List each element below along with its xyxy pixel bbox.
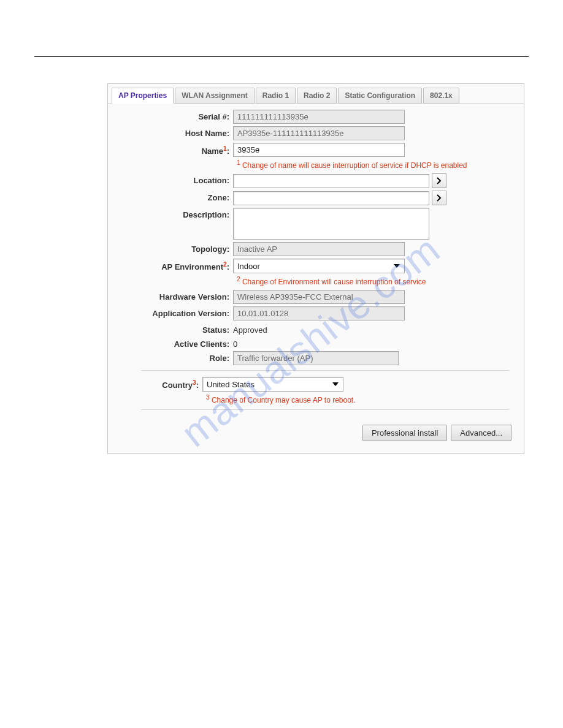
row-topology: Topology: [117, 242, 515, 256]
footnote-country-text: Change of Country may cause AP to reboot… [212, 396, 356, 404]
page-top-rule [34, 56, 529, 57]
footnote-env-text: Change of Environment will cause interru… [242, 278, 426, 286]
app-version-field [233, 306, 405, 320]
serial-field [233, 110, 405, 124]
label-location: Location: [117, 173, 233, 185]
label-country: Country3: [117, 377, 202, 390]
chevron-right-icon [437, 177, 442, 184]
row-app-version: Application Version: [117, 306, 515, 320]
label-role: Role: [117, 351, 233, 363]
host-name-field [233, 126, 405, 140]
location-field[interactable] [233, 174, 429, 188]
professional-install-button[interactable]: Professional install [362, 425, 447, 441]
row-role: Role: [117, 351, 515, 365]
footnote-name-text: Change of name will cause interruption o… [242, 161, 467, 170]
row-serial: Serial #: [117, 110, 515, 124]
label-host-name: Host Name: [117, 126, 233, 138]
row-active-clients: Active Clients: 0 [117, 337, 515, 349]
label-env-text: AP Environment [161, 262, 223, 271]
row-status: Status: Approved [117, 323, 515, 335]
label-serial: Serial #: [117, 110, 233, 121]
tab-802-1x[interactable]: 802.1x [423, 88, 459, 104]
label-environment: AP Environment2: [117, 259, 233, 271]
tab-static-configuration[interactable]: Static Configuration [338, 88, 422, 104]
label-country-text: Country [162, 381, 193, 390]
footnote-country: 3 Change of Country may cause AP to rebo… [206, 394, 515, 404]
role-field [233, 351, 399, 365]
environment-select[interactable]: Indoor [233, 259, 405, 273]
country-select-wrap: United States [202, 377, 343, 392]
label-country-sup: 3 [193, 379, 196, 386]
section-separator-2 [141, 409, 509, 410]
label-description: Description: [117, 208, 233, 219]
tab-radio-1[interactable]: Radio 1 [256, 88, 296, 104]
label-env-sup: 2 [223, 261, 227, 268]
label-topology: Topology: [117, 242, 233, 254]
row-zone: Zone: [117, 191, 515, 205]
form-area: Serial #: Host Name: Name1: 1 Change of … [108, 103, 524, 453]
footnote-name-sup: 1 [237, 159, 240, 166]
row-description: Description: [117, 208, 515, 240]
topology-field [233, 242, 405, 256]
footnote-country-sup: 3 [206, 394, 210, 401]
ap-properties-panel: AP Properties WLAN Assignment Radio 1 Ra… [107, 83, 524, 454]
footnote-name: 1 Change of name will cause interruption… [237, 159, 515, 170]
label-hw-version: Hardware Version: [117, 290, 233, 301]
name-field[interactable] [233, 143, 405, 157]
footnote-env-sup: 2 [237, 276, 240, 282]
tab-radio-2[interactable]: Radio 2 [297, 88, 337, 104]
button-row: Professional install Advanced... [117, 416, 515, 444]
row-environment: AP Environment2: Indoor [117, 259, 515, 273]
chevron-right-icon [437, 194, 442, 202]
tab-bar: AP Properties WLAN Assignment Radio 1 Ra… [108, 84, 524, 104]
label-zone: Zone: [117, 191, 233, 202]
row-country: Country3: United States [117, 377, 515, 392]
label-app-version: Application Version: [117, 306, 233, 318]
row-name: Name1: [117, 143, 515, 157]
status-value: Approved [233, 323, 515, 335]
footnote-environment: 2 Change of Environment will cause inter… [237, 276, 515, 286]
zone-field[interactable] [233, 191, 429, 205]
advanced-button[interactable]: Advanced... [451, 425, 511, 441]
label-name-sup: 1 [223, 145, 227, 152]
country-select[interactable]: United States [202, 377, 343, 392]
description-field[interactable] [233, 208, 429, 240]
label-name: Name1: [117, 143, 233, 156]
section-separator [141, 370, 509, 371]
hw-version-field [233, 290, 405, 304]
label-status: Status: [117, 323, 233, 335]
label-name-text: Name [202, 146, 223, 156]
row-hw-version: Hardware Version: [117, 290, 515, 304]
tab-wlan-assignment[interactable]: WLAN Assignment [175, 88, 255, 104]
tab-ap-properties[interactable]: AP Properties [112, 88, 174, 104]
environment-select-wrap: Indoor [233, 259, 405, 273]
location-picker-button[interactable] [432, 173, 446, 188]
active-clients-value: 0 [233, 337, 515, 349]
zone-picker-button[interactable] [432, 191, 446, 205]
row-host-name: Host Name: [117, 126, 515, 140]
label-active-clients: Active Clients: [117, 337, 233, 349]
row-location: Location: [117, 173, 515, 188]
